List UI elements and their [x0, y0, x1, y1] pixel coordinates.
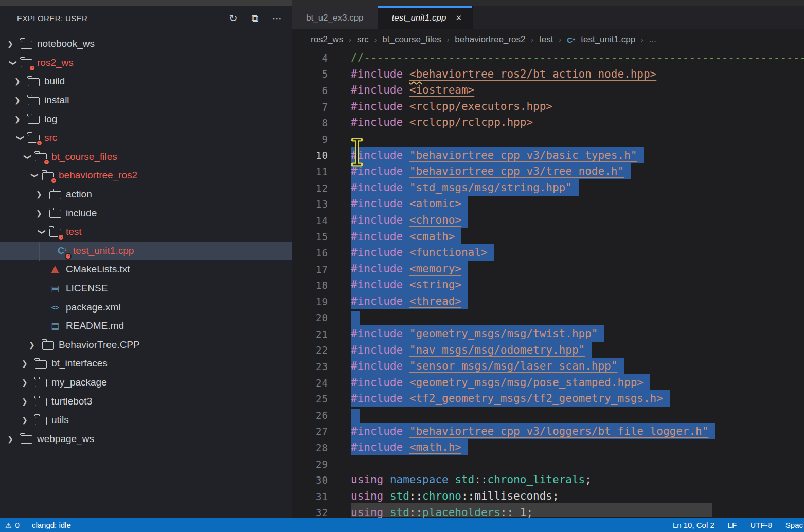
chevron-icon[interactable]: ❯ [39, 226, 46, 238]
line-number[interactable]: 17 [292, 264, 334, 275]
line-number[interactable]: 15 [292, 231, 334, 242]
code-line-15[interactable]: 15#include <cmath> [292, 229, 804, 245]
code-line-8[interactable]: 8#include <rclcpp/rclcpp.hpp> [292, 115, 804, 131]
tree-item-turtlebot3[interactable]: ❯turtlebot3 [0, 392, 292, 411]
code-line-18[interactable]: 18#include <string> [292, 277, 804, 293]
line-number[interactable]: 30 [292, 474, 334, 486]
breadcrumb-item-test[interactable]: test [539, 34, 553, 45]
line-number[interactable]: 19 [292, 296, 334, 307]
tree-item-build[interactable]: ❯build [0, 72, 292, 91]
code-line-20[interactable]: 20 [292, 310, 804, 326]
line-number[interactable]: 13 [292, 198, 334, 210]
code-line-19[interactable]: 19#include <thread> [292, 293, 804, 310]
line-number[interactable]: 9 [292, 134, 334, 145]
problems-indicator[interactable]: ⚠ 0 [5, 521, 20, 529]
code-line-7[interactable]: 7#include <rclcpp/executors.hpp> [292, 99, 804, 115]
tree-item-test[interactable]: ❯test [0, 223, 292, 242]
line-number[interactable]: 8 [292, 117, 334, 129]
horizontal-scrollbar[interactable] [351, 503, 712, 517]
line-number[interactable]: 27 [292, 426, 334, 437]
code-line-29[interactable]: 29 [292, 456, 804, 472]
chevron-icon[interactable]: ❯ [31, 169, 39, 181]
tree-item-ros2_ws[interactable]: ❯ros2_ws [0, 53, 292, 72]
chevron-icon[interactable]: ❯ [22, 398, 34, 405]
code-line-22[interactable]: 22#include "nav_msgs/msg/odometry.hpp" [292, 342, 804, 359]
line-number[interactable]: 11 [292, 166, 334, 177]
line-number[interactable]: 5 [292, 68, 334, 80]
indentation-indicator[interactable]: Spac [785, 521, 803, 529]
chevron-icon[interactable]: ❯ [22, 379, 34, 386]
chevron-icon[interactable]: ❯ [29, 341, 41, 348]
chevron-icon[interactable]: ❯ [36, 210, 48, 217]
line-number[interactable]: 31 [292, 491, 334, 502]
code-line-4[interactable]: 4//-------------------------------------… [292, 50, 804, 66]
code-line-27[interactable]: 27#include "behaviortree_cpp_v3/loggers/… [292, 424, 804, 440]
chevron-icon[interactable]: ❯ [10, 57, 17, 69]
code-line-26[interactable]: 26 [292, 407, 804, 424]
code-line-10[interactable]: 10#include "behaviortree_cpp_v3/basic_ty… [292, 148, 804, 164]
line-number[interactable]: 20 [292, 312, 334, 323]
line-number[interactable]: 4 [292, 52, 334, 64]
chevron-icon[interactable]: ❯ [14, 116, 27, 123]
chevron-icon[interactable]: ❯ [14, 97, 27, 104]
code-line-13[interactable]: 13#include <atomic> [292, 196, 804, 212]
tree-item-package.xml[interactable]: <>package.xml [0, 298, 292, 317]
line-number[interactable]: 6 [292, 85, 334, 96]
chevron-icon[interactable]: ❯ [22, 360, 34, 367]
line-number[interactable]: 28 [292, 442, 334, 453]
tree-item-notebook_ws[interactable]: ❯notebook_ws [0, 34, 292, 53]
code-line-17[interactable]: 17#include <memory> [292, 261, 804, 278]
line-number[interactable]: 23 [292, 361, 334, 372]
tree-item-src[interactable]: ❯src [0, 129, 292, 148]
code-line-11[interactable]: 11#include "behaviortree_cpp_v3/tree_nod… [292, 163, 804, 180]
code-line-31[interactable]: 31using std::chrono::milliseconds; [292, 488, 804, 505]
chevron-icon[interactable]: ❯ [24, 151, 31, 163]
tree-item-action[interactable]: ❯action [0, 185, 292, 204]
tree-item-log[interactable]: ❯log [0, 109, 292, 129]
chevron-icon[interactable]: ❯ [14, 78, 27, 85]
code-line-12[interactable]: 12#include "std_msgs/msg/string.hpp" [292, 180, 804, 196]
tree-item-behaviortree_ros2[interactable]: ❯behaviortree_ros2 [0, 166, 292, 185]
line-number[interactable]: 26 [292, 410, 334, 421]
line-number[interactable]: 7 [292, 101, 334, 113]
code-line-24[interactable]: 24#include <geometry_msgs/msg/pose_stamp… [292, 375, 804, 391]
line-number[interactable]: 32 [292, 507, 334, 518]
code-line-5[interactable]: 5#include <behaviortree_ros2/bt_action_n… [292, 66, 804, 83]
tree-item-LICENSE[interactable]: ▤LICENSE [0, 279, 292, 298]
tree-item-my_package[interactable]: ❯my_package [0, 373, 292, 392]
cursor-position[interactable]: Ln 10, Col 2 [673, 521, 714, 529]
tree-item-utils[interactable]: ❯utils [0, 411, 292, 430]
code-line-25[interactable]: 25#include <tf2_geometry_msgs/tf2_geomet… [292, 391, 804, 407]
encoding-indicator[interactable]: UTF-8 [750, 521, 772, 529]
breadcrumb-item-src[interactable]: src [357, 34, 369, 45]
code-line-23[interactable]: 23#include "sensor_msgs/msg/laser_scan.h… [292, 358, 804, 375]
tree-item-README.md[interactable]: ▤README.md [0, 317, 292, 336]
line-number[interactable]: 24 [292, 377, 334, 389]
tree-item-webpage_ws[interactable]: ❯webpage_ws [0, 429, 292, 448]
line-number[interactable]: 12 [292, 182, 334, 194]
line-number[interactable]: 22 [292, 344, 334, 356]
code-line-14[interactable]: 14#include <chrono> [292, 212, 804, 229]
tree-item-BehaviorTree.CPP[interactable]: ❯BehaviorTree.CPP [0, 336, 292, 355]
tree-item-CMakeLists.txt[interactable]: CMakeLists.txt [0, 260, 292, 279]
tree-item-include[interactable]: ❯include [0, 204, 292, 223]
clangd-status[interactable]: clangd: idle [32, 521, 71, 529]
breadcrumb-item-behaviortree_ros2[interactable]: behaviortree_ros2 [455, 34, 525, 45]
collapse-all-icon[interactable]: ⧉ [251, 13, 258, 23]
chevron-icon[interactable]: ❯ [17, 132, 24, 144]
close-icon[interactable]: ✕ [455, 13, 462, 23]
line-number[interactable]: 10 [292, 150, 334, 161]
line-number[interactable]: 14 [292, 215, 334, 226]
eol-indicator[interactable]: LF [728, 521, 737, 529]
code-area[interactable]: 4//-------------------------------------… [292, 50, 804, 518]
code-line-21[interactable]: 21#include "geometry_msgs/msg/twist.hpp" [292, 326, 804, 342]
refresh-icon[interactable]: ↻ [229, 13, 238, 23]
line-number[interactable]: 21 [292, 328, 334, 340]
tree-item-bt_course_files[interactable]: ❯bt_course_files [0, 148, 292, 167]
tree-item-install[interactable]: ❯install [0, 91, 292, 110]
code-line-6[interactable]: 6#include <iostream> [292, 82, 804, 99]
chevron-icon[interactable]: ❯ [7, 40, 20, 47]
breadcrumb-item-bt_course_files[interactable]: bt_course_files [382, 34, 441, 45]
breadcrumb-item-ros2_ws[interactable]: ros2_ws [311, 34, 343, 45]
tree-item-bt_interfaces[interactable]: ❯bt_interfaces [0, 354, 292, 373]
